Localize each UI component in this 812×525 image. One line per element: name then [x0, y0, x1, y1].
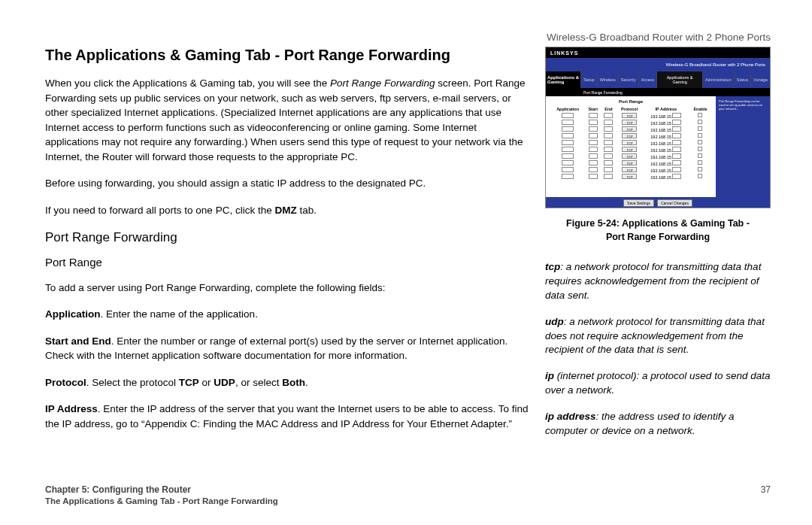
figure-cancel-button: Cancel Changes — [657, 199, 692, 207]
checkbox-icon — [698, 167, 702, 171]
ip-prefix: 192.168.15. — [650, 168, 672, 173]
checkbox-icon — [698, 126, 702, 131]
definition-ip-address: ip address: the address used to identify… — [545, 410, 771, 439]
ip-prefix: 192.168.15. — [650, 148, 672, 153]
input-icon — [589, 113, 598, 118]
text: tab. — [297, 205, 317, 216]
figure-nav-active: Applications & Gaming — [546, 71, 580, 88]
input-icon — [604, 153, 613, 159]
field-label: IP Address — [45, 403, 98, 414]
caption-text: Port Range Forwarding — [606, 232, 710, 242]
definition-text: : a network protocol for transmitting da… — [545, 261, 761, 301]
figure-help-sidebar: Port Range Forwarding can be used to set… — [716, 96, 770, 197]
linksys-logo: LINKSYS — [550, 50, 578, 56]
figure-table-row: TCP192.168.15. — [550, 146, 711, 153]
checkbox-icon — [698, 140, 702, 144]
ip-prefix: 192.168.15. — [650, 114, 672, 119]
footer-chapter: Chapter 5: Configuring the Router — [45, 484, 191, 495]
checkbox-icon — [698, 133, 702, 138]
checkbox-icon — [698, 147, 702, 151]
figure-footer: Save Settings Cancel Changes — [546, 197, 770, 208]
ip-prefix: 192.168.15. — [650, 162, 672, 166]
text: . Select the protocol — [86, 377, 179, 388]
input-icon — [672, 160, 681, 165]
input-icon — [604, 174, 613, 179]
checkbox-icon — [698, 120, 702, 124]
input-icon — [604, 167, 613, 172]
text: , or select — [235, 377, 282, 388]
input-icon — [604, 133, 613, 138]
term: tcp — [545, 261, 560, 272]
col-ip: IP Address — [643, 106, 689, 112]
input-icon — [604, 113, 613, 118]
col-enable: Enable — [689, 106, 711, 112]
select-icon: TCP — [622, 133, 637, 138]
checkbox-icon — [698, 160, 702, 165]
figure-table-row: TCP192.168.15. — [550, 139, 711, 146]
input-icon — [562, 113, 574, 118]
figure-body: Port Range Application Start End Protoco… — [546, 96, 770, 197]
input-icon — [589, 140, 598, 145]
select-icon: TCP — [622, 113, 637, 118]
select-icon: TCP — [622, 126, 637, 132]
dmz-bold: DMZ — [274, 205, 296, 216]
ip-prefix: 192.168.15. — [650, 121, 672, 126]
col-application: Application — [550, 106, 585, 112]
input-icon — [589, 120, 598, 125]
figure-table-row: TCP192.168.15. — [550, 153, 711, 159]
figure-subnav: Port Range Forwarding — [546, 88, 770, 96]
definition-ip: ip (internet protocol): a protocol used … — [545, 369, 771, 398]
figure-table-title: Port Range — [550, 99, 711, 104]
input-icon — [672, 147, 681, 152]
text: . — [305, 377, 308, 388]
figure-caption: Figure 5-24: Applications & Gaming Tab -… — [545, 217, 771, 244]
select-icon: TCP — [622, 147, 637, 152]
input-icon — [604, 160, 613, 165]
figure-table-row: TCP192.168.15. — [550, 166, 711, 173]
field-application: Application. Enter the name of the appli… — [45, 307, 529, 322]
input-icon — [562, 140, 574, 145]
header-product-name: Wireless-G Broadband Router with 2 Phone… — [547, 32, 771, 43]
figure-nav-item: Administration — [702, 71, 734, 88]
figure-nav-item: Applications & Gaming — [656, 71, 702, 88]
input-icon — [672, 113, 681, 118]
figure-topbar: LINKSYS — [546, 47, 770, 58]
figure-table-area: Port Range Application Start End Protoco… — [546, 96, 716, 197]
figure-nav-item: Vonage — [750, 71, 770, 88]
main-content: The Applications & Gaming Tab - Port Ran… — [45, 30, 771, 451]
term-paren: (internet protocol) — [554, 370, 637, 381]
page-title: The Applications & Gaming Tab - Port Ran… — [45, 47, 529, 64]
input-icon — [604, 140, 613, 145]
text: If you need to forward all ports to one … — [45, 205, 274, 216]
field-label: Application — [45, 308, 101, 320]
input-icon — [672, 140, 681, 145]
input-icon — [562, 160, 574, 165]
figure-table-row: TCP192.168.15. — [550, 126, 711, 132]
figure-table: Application Start End Protocol IP Addres… — [550, 106, 711, 180]
figure-nav-item: Wireless — [597, 71, 618, 88]
field-label: Start and End — [45, 335, 111, 347]
section-heading: Port Range Forwarding — [45, 230, 529, 245]
select-icon: TCP — [622, 174, 637, 179]
input-icon — [589, 133, 598, 138]
static-ip-note: Before using forwarding, you should assi… — [45, 176, 529, 191]
right-column: LINKSYS Wireless-G Broadband Router with… — [545, 30, 771, 451]
input-icon — [672, 174, 681, 179]
figure-bluebar: Wireless-G Broadband Router with 2 Phone… — [546, 58, 770, 71]
input-icon — [589, 147, 598, 152]
text: screen. Port Range Forwarding sets up pu… — [45, 77, 526, 162]
figure-table-row: TCP192.168.15. — [550, 132, 711, 139]
definition-udp: udp: a network protocol for transmitting… — [545, 315, 771, 358]
input-icon — [604, 126, 613, 132]
input-icon — [672, 120, 681, 125]
ip-prefix: 192.168.15. — [650, 175, 672, 180]
input-icon — [562, 167, 574, 172]
screen-name-italic: Port Range Forwarding — [330, 77, 435, 89]
footer-line: Chapter 5: Configuring the Router 37 — [45, 484, 771, 495]
figure-nav-item: Setup — [580, 71, 596, 88]
definition-tcp: tcp: a network protocol for transmitting… — [545, 260, 771, 303]
figure-save-button: Save Settings — [623, 199, 654, 207]
field-label: Protocol — [45, 377, 86, 388]
input-icon — [589, 160, 598, 165]
select-icon: TCP — [622, 160, 637, 165]
